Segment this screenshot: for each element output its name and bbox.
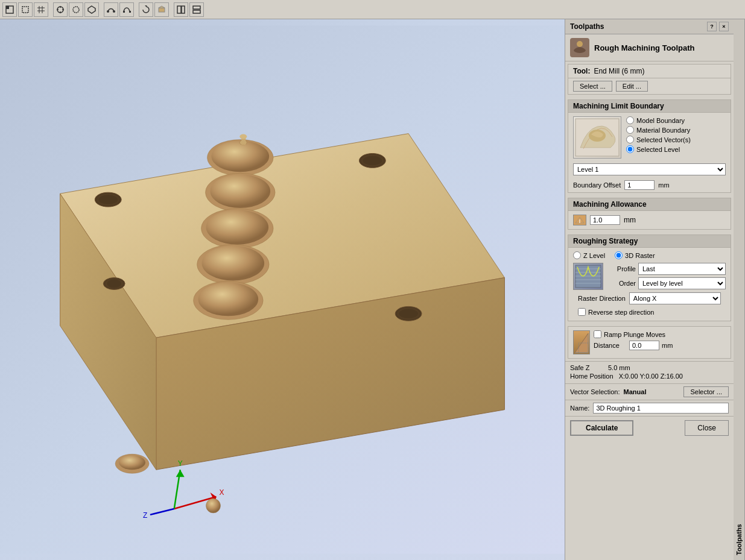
panel-header: Toolpaths ? × — [565, 19, 734, 34]
vector-selection-row: Vector Selection: Manual Selector ... — [565, 383, 734, 400]
level-select[interactable]: Level 1 — [573, 163, 726, 175]
profile-select[interactable]: Last First None — [638, 263, 726, 275]
svg-point-34 — [399, 309, 418, 318]
panel-header-icons: ? × — [707, 22, 729, 31]
3d-raster-radio[interactable] — [615, 251, 623, 259]
z-level-row: Z Level — [573, 251, 605, 259]
svg-rect-1 — [6, 6, 9, 9]
tool-row: Tool: End Mill (6 mm) — [568, 64, 731, 78]
roughing-strategy-section: Roughing Strategy Z Level 3D Raster — [568, 234, 731, 321]
svg-point-15 — [113, 10, 115, 13]
node-edit-btn[interactable] — [104, 2, 118, 17]
offset-input[interactable] — [624, 180, 655, 190]
toolbar — [0, 0, 745, 19]
machining-limit-header: Machining Limit Boundary — [568, 100, 731, 113]
model-boundary-row: Model Boundary — [626, 116, 691, 124]
svg-point-51 — [119, 455, 145, 470]
offset-unit: mm — [658, 181, 669, 189]
svg-point-36 — [107, 280, 121, 288]
layout-btn[interactable] — [174, 2, 188, 17]
model-boundary-radio[interactable] — [626, 116, 634, 124]
material-boundary-radio[interactable] — [626, 126, 634, 134]
svg-rect-23 — [193, 6, 200, 9]
ramp-plunge-checkbox[interactable] — [594, 330, 601, 338]
node-edit2-btn[interactable] — [119, 2, 134, 17]
polygon-btn[interactable] — [84, 2, 99, 17]
select-all-btn[interactable] — [18, 2, 33, 17]
allowance-row: mm — [568, 211, 731, 229]
svg-point-40 — [211, 174, 271, 208]
tool-section: Tool: End Mill (6 mm) Select ... Edit ..… — [568, 64, 731, 95]
svg-point-44 — [202, 246, 265, 281]
distance-unit: mm — [662, 342, 673, 349]
material-btn[interactable] — [154, 2, 169, 17]
selected-vectors-radio[interactable] — [626, 136, 634, 143]
calculate-btn[interactable]: Calculate — [570, 420, 633, 436]
edit-tool-btn[interactable]: Edit ... — [616, 81, 648, 92]
svg-point-46 — [198, 283, 259, 316]
svg-point-62 — [577, 41, 583, 47]
main-area: X Y Z Toolpaths ? × Roug — [0, 19, 745, 560]
machining-allowance-header: Machining Allowance — [568, 198, 731, 211]
vector-selection-label: Vector Selection: — [570, 388, 620, 395]
layout2-btn[interactable] — [189, 2, 204, 17]
level-select-container: Level 1 — [573, 163, 726, 175]
svg-rect-16 — [123, 11, 125, 13]
viewport[interactable]: X Y Z — [0, 19, 565, 560]
name-label: Name: — [570, 404, 589, 412]
circle-select-btn[interactable] — [69, 2, 83, 17]
selected-level-label[interactable]: Selected Level — [636, 146, 680, 153]
model-boundary-label[interactable]: Model Boundary — [636, 117, 685, 124]
close-panel-icon[interactable]: × — [719, 22, 729, 31]
z-level-radio[interactable] — [573, 251, 581, 259]
selected-vectors-label[interactable]: Selected Vector(s) — [636, 136, 691, 143]
help-icon[interactable]: ? — [707, 22, 717, 31]
svg-marker-20 — [159, 6, 165, 8]
selected-level-radio[interactable] — [626, 145, 634, 153]
svg-point-38 — [212, 141, 270, 172]
reverse-step-checkbox[interactable] — [578, 308, 586, 316]
z-level-label[interactable]: Z Level — [583, 252, 605, 259]
side-tab-label[interactable]: Toolpaths — [734, 19, 745, 560]
strategy-body: Profile Last First None Order Level by l… — [573, 263, 726, 290]
offset-label: Boundary Offset — [573, 181, 621, 189]
3d-raster-label[interactable]: 3D Raster — [625, 252, 655, 259]
machining-limit-section: Machining Limit Boundary Model Boundary — [568, 99, 731, 193]
machining-allowance-section: Machining Allowance mm — [568, 198, 731, 230]
ramp-plunge-label[interactable]: Ramp Plunge Moves — [604, 331, 665, 338]
svg-text:Z: Z — [143, 511, 147, 520]
allowance-unit: mm — [624, 216, 636, 224]
material-boundary-label[interactable]: Material Boundary — [636, 127, 690, 134]
3d-raster-row: 3D Raster — [615, 251, 655, 259]
distance-input[interactable] — [629, 341, 659, 350]
right-panel: Toolpaths ? × Rough Machining Toolpath T… — [565, 19, 734, 560]
allowance-input[interactable] — [590, 215, 620, 225]
svg-point-42 — [206, 210, 269, 245]
name-row: Name: — [565, 400, 734, 416]
info-section: Safe Z 5.0 mm Home Position X:0.00 Y:0.0… — [565, 361, 734, 383]
close-btn[interactable]: Close — [685, 420, 729, 436]
ramp-section: Ramp Plunge Moves Distance mm — [568, 327, 731, 358]
roughing-strategy-header: Roughing Strategy — [568, 235, 731, 248]
grid-btn[interactable] — [34, 2, 48, 17]
rotate-btn[interactable] — [139, 2, 153, 17]
order-select[interactable]: Level by level By region — [638, 277, 726, 289]
toolpath-title: Rough Machining Toolpath — [594, 43, 695, 52]
boundary-preview — [573, 116, 621, 159]
select-tool-btn[interactable]: Select ... — [573, 81, 612, 92]
select-rect-btn[interactable] — [2, 2, 17, 17]
name-input[interactable] — [593, 403, 729, 414]
panel-title: Toolpaths — [570, 22, 604, 31]
safe-z-value: 5.0 mm — [608, 364, 630, 371]
selector-btn[interactable]: Selector ... — [683, 386, 729, 397]
ramp-icon — [573, 330, 590, 354]
toolpath-icon — [570, 38, 589, 57]
home-pos-value: X:0.00 Y:0.00 Z:16.00 — [619, 373, 683, 380]
strategy-section: Z Level 3D Raster — [568, 248, 731, 321]
raster-direction-select[interactable]: Along X Along Y Both — [629, 292, 721, 304]
reverse-step-label[interactable]: Reverse step direction — [588, 309, 654, 316]
profile-label: Profile — [608, 265, 636, 272]
snap-btn[interactable] — [53, 2, 68, 17]
svg-point-32 — [363, 156, 382, 165]
reverse-step-row: Reverse step direction — [573, 307, 726, 317]
